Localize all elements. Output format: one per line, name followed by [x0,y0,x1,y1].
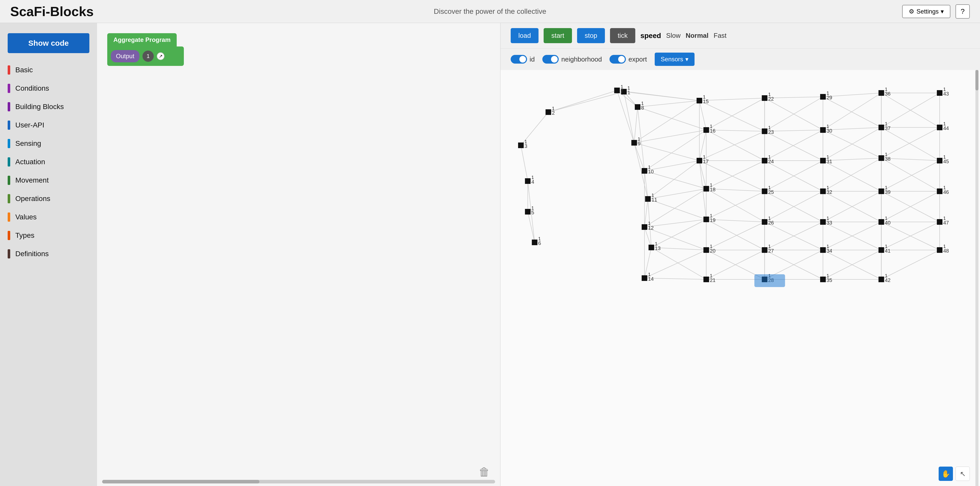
node-46[interactable]: 146 [937,185,949,195]
svg-text:1: 1 [627,90,630,95]
sidebar-label-building-blocks: Building Blocks [15,103,64,111]
stop-button[interactable]: stop [577,28,605,43]
node-8[interactable]: 18 [635,101,644,111]
node-47[interactable]: 147 [937,216,949,226]
sensors-button[interactable]: Sensors ▾ [655,53,695,66]
node-31[interactable]: 131 [820,155,832,164]
svg-text:13: 13 [655,245,660,251]
svg-text:48: 48 [943,248,949,253]
svg-line-147 [881,158,940,191]
load-button[interactable]: load [511,28,539,43]
svg-text:45: 45 [943,159,949,164]
sidebar-item-basic[interactable]: Basic [0,61,97,79]
svg-rect-182 [525,209,531,215]
node-4[interactable]: 14 [525,175,534,185]
block-header[interactable]: Aggregate Program [107,33,177,46]
node-6[interactable]: 16 [532,236,541,246]
node-15[interactable]: 115 [697,94,709,104]
node-48[interactable]: 148 [937,244,949,253]
node-32[interactable]: 132 [820,185,832,195]
node-3[interactable]: 13 [518,139,527,149]
svg-rect-305 [937,188,942,194]
node-42[interactable]: 142 [878,273,890,283]
block-output-value: 1 [143,51,154,62]
sidebar-item-sensing[interactable]: Sensing [0,134,97,153]
node-40[interactable]: 140 [878,216,890,226]
canvas-area[interactable]: Aggregate Program Output 1 ↗ 🗑 [97,23,501,486]
svg-text:24: 24 [768,159,774,164]
node-39[interactable]: 139 [878,185,890,195]
speed-normal[interactable]: Normal [686,32,709,40]
node-24[interactable]: 124 [762,155,774,164]
main-layout: Show code BasicConditionsBuilding Blocks… [0,23,980,486]
id-label: id [530,56,535,63]
neighborhood-toggle-track[interactable] [542,55,559,64]
sidebar-item-actuation[interactable]: Actuation [0,153,97,171]
node-2[interactable]: 12 [546,106,555,116]
canvas-scrollbar[interactable] [102,480,495,483]
sidebar-item-user-api[interactable]: User-API [0,116,97,134]
viz-controls: load start stop tick speed Slow Normal F… [501,23,980,48]
block-output-label[interactable]: Output [111,50,139,62]
color-bar-types [8,231,10,240]
svg-rect-260 [820,158,826,163]
settings-button[interactable]: ⚙ Settings ▾ [902,5,950,18]
svg-line-14 [634,107,638,143]
svg-rect-278 [878,124,884,130]
network-viz[interactable]: 1112131415161718191101111121131141151161… [501,70,980,486]
sidebar-item-movement[interactable]: Movement [0,171,97,190]
node-44[interactable]: 144 [937,121,949,131]
node-35[interactable]: 135 [820,273,832,283]
svg-line-25 [644,130,706,171]
sidebar-label-user-api: User-API [15,121,45,129]
node-22[interactable]: 122 [762,92,774,102]
speed-slow[interactable]: Slow [666,32,681,40]
svg-text:14: 14 [648,276,654,282]
cursor-indicator: ↗ [157,53,164,60]
neighborhood-label: neighborhood [561,56,602,63]
svg-text:11: 11 [651,197,657,202]
sidebar-item-building-blocks[interactable]: Building Blocks [0,97,97,116]
id-toggle-track[interactable] [511,55,527,64]
svg-text:32: 32 [827,189,832,195]
node-21[interactable]: 121 [703,273,716,283]
node-5[interactable]: 15 [525,206,534,215]
help-button[interactable]: ? [956,4,970,19]
export-label: export [628,56,647,63]
svg-line-55 [699,131,765,161]
svg-rect-263 [820,188,826,194]
svg-line-52 [706,130,765,161]
node-33[interactable]: 133 [820,216,832,226]
svg-rect-275 [878,90,884,96]
node-29[interactable]: 129 [820,91,832,100]
svg-rect-233 [762,95,767,101]
svg-text:44: 44 [943,125,949,131]
show-code-button[interactable]: Show code [8,33,89,53]
svg-rect-302 [937,158,942,163]
header-right: ⚙ Settings ▾ ? [902,4,970,19]
sidebar-item-values[interactable]: Values [0,208,97,226]
export-toggle-track[interactable] [609,55,626,64]
node-26[interactable]: 126 [762,216,774,226]
viz-scrollbar[interactable] [975,70,978,486]
sidebar-item-conditions[interactable]: Conditions [0,79,97,97]
svg-text:39: 39 [885,189,890,195]
svg-rect-197 [642,168,647,174]
sidebar-item-definitions[interactable]: Definitions [0,245,97,263]
node-7[interactable]: 17 [614,84,623,94]
speed-fast[interactable]: Fast [714,32,727,40]
node-25[interactable]: 125 [762,185,774,195]
node-45[interactable]: 145 [937,155,949,164]
cursor-tool-button[interactable]: ↖ [956,467,970,481]
start-button[interactable]: start [544,28,572,43]
svg-text:23: 23 [768,129,774,135]
sensors-label: Sensors [661,56,683,63]
tick-button[interactable]: tick [610,28,635,43]
svg-text:8: 8 [641,105,644,111]
hand-tool-button[interactable]: ✋ [939,467,953,481]
svg-text:41: 41 [885,248,890,253]
sidebar-item-types[interactable]: Types [0,226,97,245]
sidebar-item-operations[interactable]: Operations [0,190,97,208]
svg-rect-239 [762,158,767,163]
node-43[interactable]: 143 [937,87,949,97]
